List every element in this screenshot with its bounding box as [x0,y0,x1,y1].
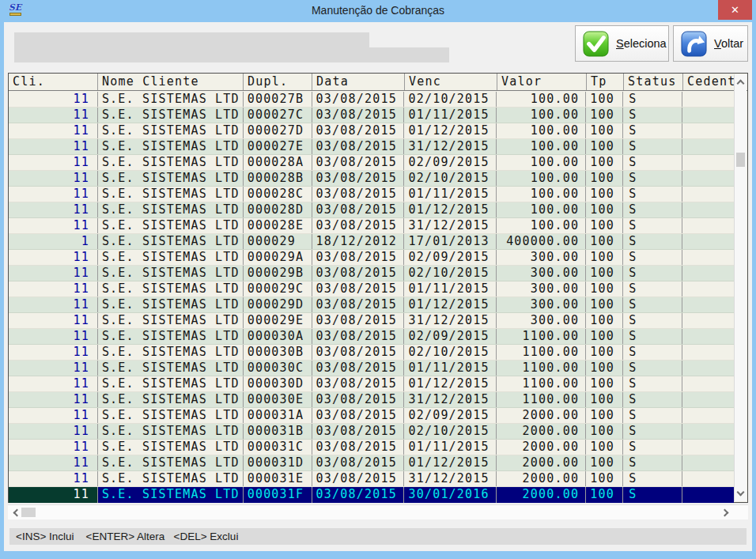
table-row[interactable]: 11S.E. SISTEMAS LTD000030A03/08/201502/0… [9,329,734,345]
cell-data: 03/08/2015 [312,281,404,296]
table-row[interactable]: 11S.E. SISTEMAS LTD000028A03/08/201502/0… [9,155,734,171]
cell-valor: 300.00 [496,250,585,265]
table-row[interactable]: 11S.E. SISTEMAS LTD000029B03/08/201502/1… [9,266,734,281]
column-header-tp[interactable]: Tp [586,74,623,90]
cell-data: 03/08/2015 [312,471,404,486]
table-row[interactable]: 11S.E. SISTEMAS LTD000031B03/08/201502/1… [9,424,734,440]
table-row[interactable]: 11S.E. SISTEMAS LTD000029A03/08/201502/0… [9,250,734,266]
cell-dupl: 000031A [243,408,312,423]
column-header-cedent[interactable]: Cedent [682,74,735,90]
cell-tp: 100 [585,123,622,138]
cell-status: S [622,218,682,233]
table-row[interactable]: 11S.E. SISTEMAS LTD000029D03/08/201501/1… [9,297,734,313]
table-row[interactable]: 11S.E. SISTEMAS LTD000030B03/08/201502/1… [9,345,734,361]
cell-cedent [682,455,734,470]
cell-data: 03/08/2015 [312,108,404,123]
seleciona-button[interactable]: Seleciona [575,25,669,62]
table-row[interactable]: 11S.E. SISTEMAS LTD000027E03/08/201531/1… [9,139,734,155]
table-row[interactable]: 11S.E. SISTEMAS LTD000031C03/08/201501/1… [9,440,734,455]
cell-cedent [682,202,734,217]
cell-dupl: 000028A [243,155,312,170]
cell-status: S [622,281,682,296]
voltar-button[interactable]: Voltar [673,25,748,62]
titlebar[interactable]: SE Manutenção de Cobranças ✕ [0,0,756,22]
horizontal-scrollbar-thumb[interactable] [21,508,36,517]
table-row[interactable]: 11S.E. SISTEMAS LTD000028D03/08/201501/1… [9,202,734,218]
cell-valor: 1100.00 [496,361,585,376]
cell-dupl: 000029D [243,297,312,312]
cell-cedent [682,92,734,107]
table-row[interactable]: 11S.E. SISTEMAS LTD000029E03/08/201531/1… [9,313,734,329]
column-header-data[interactable]: Data [312,74,404,90]
cell-dupl: 000027E [243,139,312,154]
cell-cedent [682,440,734,455]
cell-status: S [622,487,682,503]
cell-cli: 11 [9,155,97,170]
table-row[interactable]: 11S.E. SISTEMAS LTD000027B03/08/201502/1… [9,92,734,108]
cell-dupl: 000031E [243,471,312,486]
cell-venc: 02/10/2015 [403,171,496,186]
cell-valor: 100.00 [496,139,585,154]
cell-tp: 100 [585,218,622,233]
cell-cli: 11 [9,471,97,486]
cell-cedent [682,281,734,296]
table-row[interactable]: 11S.E. SISTEMAS LTD000029C03/08/201501/1… [9,281,734,297]
cell-venc: 02/10/2015 [403,424,496,439]
column-header-status[interactable]: Status [623,74,682,90]
table-row[interactable]: 11S.E. SISTEMAS LTD000030C03/08/201501/1… [9,361,734,376]
cell-status: S [622,376,682,391]
cell-cli: 11 [9,487,97,503]
table-row[interactable]: 11S.E. SISTEMAS LTD000028B03/08/201502/1… [9,171,734,187]
table-row[interactable]: 11S.E. SISTEMAS LTD000030D03/08/201501/1… [9,376,734,392]
cell-cli: 11 [9,250,97,265]
table-row[interactable]: 11S.E. SISTEMAS LTD000031F03/08/201530/0… [9,487,734,503]
horizontal-scrollbar[interactable] [8,504,748,519]
table-row[interactable]: 11S.E. SISTEMAS LTD000031E03/08/201531/1… [9,471,734,487]
scroll-left-icon[interactable] [13,509,21,517]
scroll-down-icon[interactable] [737,489,745,497]
cell-dupl: 000030E [243,392,312,407]
cell-status: S [622,155,682,170]
column-header-nome[interactable]: Nome Cliente [97,74,243,90]
cell-status: S [622,92,682,107]
column-header-venc[interactable]: Venc [404,74,497,90]
cell-cli: 11 [9,92,97,107]
cell-tp: 100 [585,139,622,154]
cell-cedent [682,329,734,344]
table-row[interactable]: 11S.E. SISTEMAS LTD000027D03/08/201501/1… [9,123,734,139]
vertical-scrollbar-thumb[interactable] [736,153,745,167]
close-button[interactable]: ✕ [718,0,752,20]
cell-tp: 100 [585,171,622,186]
cell-nome: S.E. SISTEMAS LTD [97,187,243,202]
cell-cedent [682,297,734,312]
cell-data: 03/08/2015 [312,345,404,360]
cell-data: 03/08/2015 [312,266,404,281]
table-row[interactable]: 11S.E. SISTEMAS LTD000027C03/08/201501/1… [9,108,734,123]
cell-nome: S.E. SISTEMAS LTD [97,250,243,265]
table-row[interactable]: 11S.E. SISTEMAS LTD000028C03/08/201501/1… [9,187,734,202]
cell-data: 03/08/2015 [312,440,404,455]
cell-venc: 01/12/2015 [403,455,496,470]
table-row[interactable]: 1S.E. SISTEMAS LTD00002918/12/201217/01/… [9,234,734,250]
cell-cli: 11 [9,123,97,138]
scroll-up-icon[interactable] [737,80,745,88]
table-row[interactable]: 11S.E. SISTEMAS LTD000031A03/08/201502/0… [9,408,734,424]
cell-cedent [682,218,734,233]
column-header-valor[interactable]: Valor [497,74,586,90]
cell-nome: S.E. SISTEMAS LTD [97,266,243,281]
table-row[interactable]: 11S.E. SISTEMAS LTD000028E03/08/201531/1… [9,218,734,234]
column-header-cli[interactable]: Cli. [9,74,97,90]
cell-nome: S.E. SISTEMAS LTD [97,297,243,312]
scroll-right-icon[interactable] [721,509,729,517]
cell-data: 03/08/2015 [312,123,404,138]
check-icon [583,31,609,57]
close-icon: ✕ [731,4,739,16]
vertical-scrollbar[interactable] [734,74,747,501]
table-row[interactable]: 11S.E. SISTEMAS LTD000031D03/08/201501/1… [9,455,734,471]
table-row[interactable]: 11S.E. SISTEMAS LTD000030E03/08/201531/1… [9,392,734,408]
cell-cli: 11 [9,361,97,376]
cell-status: S [622,234,682,249]
cell-cli: 11 [9,266,97,281]
cell-tp: 100 [585,361,622,376]
column-header-dupl[interactable]: Dupl. [243,74,312,90]
